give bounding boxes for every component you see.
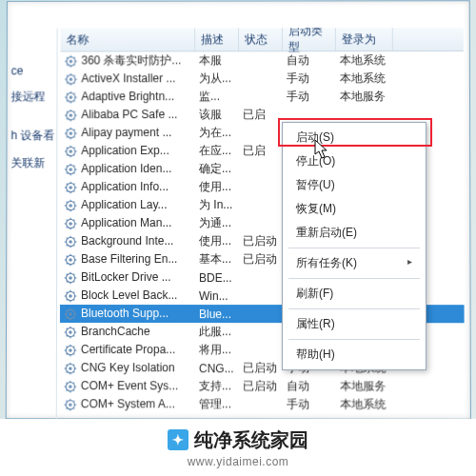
service-logon: 本地系统	[336, 396, 393, 412]
service-status: 已启动	[239, 251, 283, 268]
column-header-status[interactable]: 状态	[239, 28, 283, 50]
svg-line-68	[67, 172, 68, 173]
column-header-startup[interactable]: 启动类型	[283, 28, 336, 50]
svg-line-9	[73, 57, 74, 58]
gear-icon	[64, 199, 77, 212]
svg-line-147	[73, 317, 74, 318]
svg-line-88	[67, 208, 68, 209]
column-header-desc[interactable]: 描述	[195, 28, 239, 50]
table-row[interactable]: Adaptive Brightn...监...手动本地服务	[60, 88, 464, 106]
svg-line-179	[73, 365, 74, 366]
svg-line-19	[73, 75, 74, 76]
context-menu-item[interactable]: 属性(R)	[283, 312, 426, 336]
svg-line-137	[73, 299, 74, 300]
gear-icon	[64, 72, 77, 86]
table-row[interactable]: 360 杀毒实时防护...本服自动本地系统	[60, 51, 463, 69]
menu-separator	[288, 248, 420, 248]
gear-icon	[64, 90, 77, 104]
tree-item[interactable]: ce	[8, 58, 57, 83]
gear-icon	[64, 289, 77, 303]
service-desc: 为在...	[195, 125, 239, 141]
service-desc: 确定...	[195, 161, 239, 177]
gear-icon	[64, 253, 77, 267]
service-startup: 手动	[283, 396, 336, 412]
service-startup: 自动	[283, 52, 336, 69]
service-desc: 为 In...	[195, 197, 239, 213]
context-menu-item[interactable]: 刷新(F)	[283, 282, 426, 306]
svg-line-117	[73, 263, 74, 264]
service-status: 已启动	[239, 233, 283, 249]
gear-icon	[64, 217, 77, 230]
context-menu-item[interactable]: 重新启动(E)	[283, 221, 426, 245]
service-desc: 基本...	[195, 251, 239, 268]
svg-line-97	[73, 227, 74, 228]
service-status: 已启动	[239, 378, 283, 394]
logo-icon: ✦	[168, 429, 188, 450]
svg-point-61	[69, 168, 72, 170]
svg-line-67	[73, 172, 74, 173]
svg-line-87	[73, 208, 74, 209]
service-desc: 此服...	[195, 324, 239, 340]
watermark: ✦ 纯净系统家园 www.yidaimei.com	[0, 419, 476, 476]
svg-line-149	[73, 310, 74, 311]
gear-icon	[64, 398, 77, 411]
svg-line-138	[67, 299, 68, 300]
tree-item[interactable]: h 设备看	[7, 122, 56, 149]
menu-separator	[288, 308, 420, 309]
menu-separator	[288, 339, 420, 340]
watermark-url: www.yidaimei.com	[188, 455, 289, 468]
svg-point-111	[69, 258, 72, 262]
svg-line-157	[73, 335, 74, 336]
context-menu-item[interactable]: 停止(O)	[283, 149, 426, 173]
svg-line-37	[73, 118, 74, 119]
context-menu-item[interactable]: 所有任务(K)	[283, 251, 426, 275]
service-desc: 管理...	[195, 396, 239, 412]
svg-point-151	[69, 330, 72, 334]
context-menu-item[interactable]: 暂停(U)	[283, 173, 426, 197]
table-row[interactable]: ActiveX Installer ...为从...手动本地系统	[60, 69, 464, 88]
tree-item[interactable]	[8, 110, 57, 122]
svg-point-191	[69, 403, 72, 407]
service-name: BranchCache	[81, 325, 150, 338]
svg-line-106	[67, 238, 68, 239]
context-menu-item[interactable]: 启动(S)	[283, 126, 426, 149]
gear-icon	[64, 362, 77, 375]
table-row[interactable]: COM+ Event Sys...支持...已启动自动本地服务	[60, 377, 465, 395]
service-name: Application Info...	[81, 180, 169, 193]
tree-item[interactable]: 接远程	[8, 83, 57, 110]
context-menu-item[interactable]: 恢复(M)	[283, 197, 426, 221]
service-name: Alibaba PC Safe ...	[81, 108, 177, 121]
service-desc: CNG...	[195, 362, 239, 375]
column-header-name[interactable]: 名称	[61, 28, 196, 50]
svg-point-131	[69, 294, 72, 298]
service-name: Application Man...	[81, 216, 171, 229]
svg-line-198	[66, 407, 67, 408]
service-name: ActiveX Installer ...	[81, 71, 175, 85]
service-startup: 手动	[283, 70, 336, 87]
service-name: Adaptive Brightn...	[81, 89, 174, 103]
svg-point-31	[69, 113, 72, 116]
gear-icon	[64, 235, 77, 248]
context-menu-item[interactable]: 帮助(H)	[283, 343, 426, 367]
tree-item[interactable]: 关联新	[7, 149, 56, 177]
svg-line-48	[67, 136, 68, 137]
service-name: COM+ System A...	[81, 397, 175, 410]
service-name: Application Iden...	[81, 162, 171, 175]
svg-line-116	[67, 256, 68, 257]
svg-line-79	[73, 184, 74, 185]
column-header-logon[interactable]: 登录为	[336, 28, 393, 50]
service-desc: Win...	[195, 289, 239, 303]
svg-line-118	[67, 263, 68, 264]
svg-point-121	[69, 276, 72, 280]
service-logon: 本地系统	[336, 52, 393, 69]
svg-line-57	[73, 154, 74, 155]
context-menu: 启动(S)停止(O)暂停(U)恢复(M)重新启动(E)所有任务(K)刷新(F)属…	[282, 122, 426, 370]
gear-icon	[64, 344, 77, 357]
svg-point-141	[69, 312, 72, 316]
service-desc: 支持...	[195, 378, 239, 394]
gear-icon	[64, 145, 77, 158]
table-row[interactable]: COM+ System A...管理...手动本地系统	[60, 395, 465, 412]
gear-icon	[64, 127, 77, 140]
service-desc: 将用...	[195, 342, 239, 358]
svg-line-78	[67, 190, 68, 191]
